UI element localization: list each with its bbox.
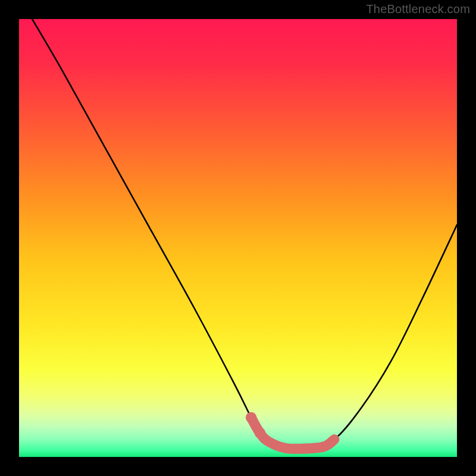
highlight-dot (246, 412, 256, 423)
highlight-dot (255, 427, 265, 438)
left-curve (32, 19, 312, 449)
outer-frame: TheBottleneck.com (0, 0, 476, 476)
plot-area (19, 19, 457, 457)
watermark-text: TheBottleneck.com (366, 2, 470, 16)
right-curve (312, 225, 457, 448)
curve-layer (19, 19, 457, 457)
